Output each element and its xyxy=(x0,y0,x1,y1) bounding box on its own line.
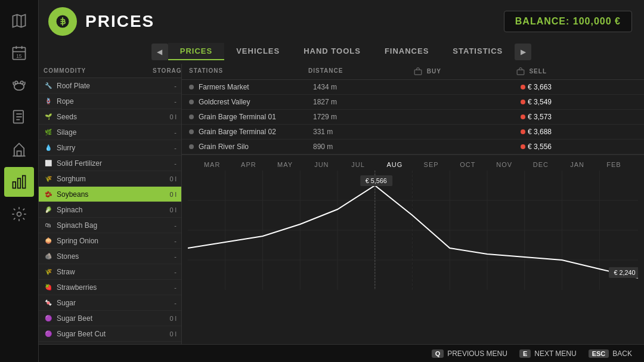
commodity-name: Sorghum xyxy=(57,175,159,183)
commodity-icon: 🪢 xyxy=(44,97,53,106)
commodity-icon: 🪨 xyxy=(44,252,53,261)
svg-rect-13 xyxy=(517,70,524,75)
list-item[interactable]: 🪨 Stones - xyxy=(39,249,181,264)
sidebar-item-settings[interactable] xyxy=(4,199,34,229)
list-item[interactable]: 🌿 Silage - xyxy=(39,125,181,140)
list-item[interactable]: 🪢 Rope - xyxy=(39,94,181,109)
commodity-icon: 🌿 xyxy=(44,128,53,137)
tab-statistics[interactable]: STATISTICS xyxy=(441,43,515,60)
table-row[interactable]: Farmers Market 1434 m € 3,663 xyxy=(182,80,644,95)
sell-indicator xyxy=(521,85,525,89)
list-item[interactable]: 🥬 Spinach 0 l xyxy=(39,202,181,218)
list-item[interactable]: 🍓 Strawberries - xyxy=(39,280,181,295)
table-row[interactable]: Grain River Silo 890 m € 3,556 xyxy=(182,140,644,154)
commodity-name: Silage xyxy=(57,128,159,137)
commodity-rows: 🔧 Roof Plate - 🪢 Rope - 🌱 Seeds 0 l 🌿 Si… xyxy=(39,78,181,356)
chart-month-label: NOV xyxy=(486,161,522,168)
commodity-storage: 0 l xyxy=(159,315,177,322)
list-item[interactable]: ⬜ Solid Fertilizer - xyxy=(39,156,181,171)
list-item[interactable]: 🌾 Sorghum 0 l xyxy=(39,171,181,187)
station-dot xyxy=(189,115,194,119)
sidebar-item-contracts[interactable] xyxy=(4,103,34,132)
table-row[interactable]: Grain Barge Terminal 02 331 m € 3,688 xyxy=(182,125,644,140)
station-rows: Farmers Market 1434 m € 3,663 Goldcrest … xyxy=(182,80,644,154)
commodity-icon: ⬜ xyxy=(44,159,53,168)
tab-prices[interactable]: PRICES xyxy=(168,43,224,60)
svg-rect-8 xyxy=(18,178,21,188)
station-dot xyxy=(189,100,194,104)
chart-month-label: AUG xyxy=(376,161,413,168)
commodity-storage: - xyxy=(159,144,177,151)
list-item[interactable]: 💧 Slurry - xyxy=(39,140,181,156)
sell-indicator xyxy=(521,129,525,134)
chart-month-label: JAN xyxy=(559,161,596,168)
previous-menu-btn[interactable]: Q PREVIOUS MENU xyxy=(432,349,507,358)
key-q: Q xyxy=(432,349,444,358)
commodity-name: Sugar Beet xyxy=(57,314,159,323)
commodity-storage: - xyxy=(159,237,177,245)
sell-indicator xyxy=(521,115,525,119)
chart-month-label: MAY xyxy=(267,161,304,168)
key-e: E xyxy=(519,349,531,358)
sidebar-item-calendar[interactable]: 15 xyxy=(4,38,34,68)
tab-finances[interactable]: FINANCES xyxy=(373,43,441,60)
list-item[interactable]: 🟣 Sugar Beet Cut 0 l xyxy=(39,326,181,342)
list-item[interactable]: 🧅 Spring Onion - xyxy=(39,233,181,249)
tab-hand-tools[interactable]: HAND TOOLS xyxy=(292,43,373,60)
commodity-storage: 0 l xyxy=(159,206,177,214)
chart-month-label: APR xyxy=(230,161,267,168)
balance-display: BALANCE: 100,000 € xyxy=(504,11,632,32)
stations-table: STATIONS DISTANCE BUY SELL Farmers Marke… xyxy=(182,64,644,155)
commodity-icon: 🛍 xyxy=(44,221,53,230)
station-dot xyxy=(189,144,194,149)
station-distance: 331 m xyxy=(313,128,385,136)
nav-next-arrow[interactable]: ▶ xyxy=(515,44,531,60)
svg-rect-9 xyxy=(23,176,26,188)
list-item[interactable]: 🌾 Straw - xyxy=(39,264,181,280)
table-row[interactable]: Goldcrest Valley 1827 m € 3,549 xyxy=(182,95,644,110)
list-item[interactable]: 🛍 Spinach Bag - xyxy=(39,218,181,233)
chart-month-label: OCT xyxy=(450,161,486,168)
table-row[interactable]: Grain Barge Terminal 01 1729 m € 3,573 xyxy=(182,110,644,125)
col-stations-label: STATIONS xyxy=(189,67,308,76)
svg-point-4 xyxy=(20,81,23,84)
right-panel: STATIONS DISTANCE BUY SELL Farmers Marke… xyxy=(182,64,644,356)
commodity-icon: 🍬 xyxy=(44,298,53,308)
sidebar-item-animals[interactable] xyxy=(4,70,34,100)
tab-vehicles[interactable]: VEHICLES xyxy=(224,43,292,60)
svg-point-10 xyxy=(17,212,21,216)
commodity-storage: - xyxy=(159,82,177,89)
list-item[interactable]: 🔧 Roof Plate - xyxy=(39,78,181,94)
sell-price: € 3,663 xyxy=(528,83,552,91)
station-distance: 1827 m xyxy=(313,98,385,106)
sidebar-item-farm[interactable] xyxy=(4,135,34,165)
commodity-list[interactable]: COMMODITY STORAGE 🔧 Roof Plate - 🪢 Rope … xyxy=(39,64,182,356)
previous-menu-label: PREVIOUS MENU xyxy=(447,349,507,358)
commodity-storage: - xyxy=(159,268,177,276)
nav-prev-arrow[interactable]: ◀ xyxy=(151,44,168,60)
header: PRICES BALANCE: 100,000 € xyxy=(39,0,644,41)
col-sell-label: SELL xyxy=(475,67,547,76)
commodity-icon: 🟣 xyxy=(44,314,53,323)
list-item[interactable]: 🟣 Sugar Beet 0 l xyxy=(39,311,181,326)
chart-month-label: SEP xyxy=(413,161,450,168)
svg-point-3 xyxy=(15,81,18,84)
commodity-icon: 💧 xyxy=(44,143,53,153)
col-storage-label: STORAGE xyxy=(153,67,177,74)
list-item[interactable]: 🫘 Soybeans 0 l xyxy=(39,187,181,202)
list-item[interactable]: 🍬 Sugar - xyxy=(39,295,181,311)
col-buy-label: BUY xyxy=(380,67,475,76)
col-distance-label: DISTANCE xyxy=(308,67,380,76)
commodity-icon: 🟣 xyxy=(44,329,53,339)
sell-price: € 3,556 xyxy=(528,143,552,151)
back-btn[interactable]: ESC BACK xyxy=(589,349,632,358)
commodity-icon: 🔧 xyxy=(44,81,53,91)
sidebar-item-stats[interactable] xyxy=(4,167,34,197)
balance-value: 100,000 € xyxy=(573,16,621,26)
commodity-name: Strawberries xyxy=(57,283,159,292)
list-item[interactable]: 🌱 Seeds 0 l xyxy=(39,109,181,125)
sidebar-item-map[interactable] xyxy=(4,6,34,36)
next-menu-btn[interactable]: E NEXT MENU xyxy=(519,349,577,358)
commodity-storage: - xyxy=(159,160,177,167)
commodity-storage: 0 l xyxy=(159,175,177,182)
